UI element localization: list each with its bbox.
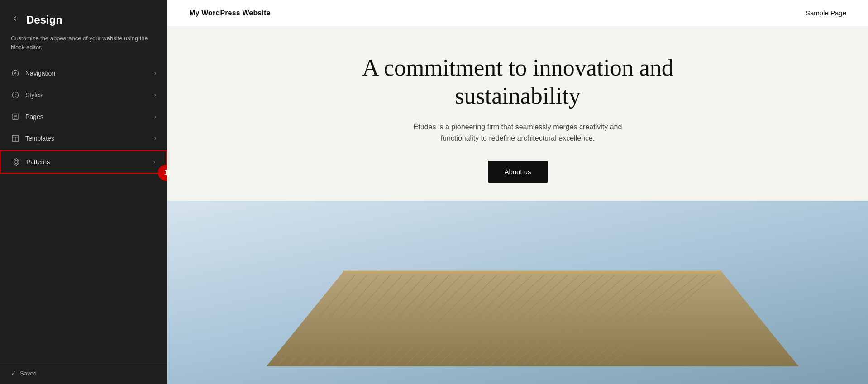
chevron-left-icon [11,14,19,23]
templates-icon [11,134,20,143]
svg-point-1 [15,73,16,74]
site-header: My WordPress Website Sample Page [167,0,868,27]
site-nav: Sample Page [806,9,846,17]
sidebar-menu: Navigation › Styles › [0,62,167,362]
patterns-icon-svg [12,158,20,166]
styles-chevron: › [154,92,156,98]
sidebar-title: Design [26,14,62,26]
building-illustration [167,201,868,384]
badge-number: 1 [158,165,167,181]
templates-label: Templates [25,135,154,142]
pages-icon-svg [11,113,19,121]
templates-chevron: › [154,135,156,142]
patterns-chevron: › [153,159,155,165]
sidebar-item-pages[interactable]: Pages › [0,106,167,128]
hero-description: Études is a pioneering firm that seamles… [400,121,635,144]
check-icon: ✓ [11,370,16,377]
sidebar-header: Design [0,0,167,34]
pages-icon [11,112,20,121]
saved-label: Saved [20,370,37,377]
building-section [167,201,868,384]
nav-link-sample-page[interactable]: Sample Page [806,9,846,17]
navigation-chevron: › [154,70,156,76]
pages-label: Pages [25,113,154,120]
preview-site: My WordPress Website Sample Page A commi… [167,0,868,384]
patterns-label: Patterns [26,158,153,166]
navigation-icon-svg [11,69,19,77]
templates-icon-svg [11,134,19,142]
site-logo: My WordPress Website [189,9,271,17]
sidebar-item-patterns[interactable]: Patterns › 1 [0,150,167,174]
hero-section: A commitment to innovation and sustainab… [167,27,868,201]
patterns-icon [12,157,21,166]
svg-point-0 [12,70,19,76]
styles-label: Styles [25,91,154,99]
pages-chevron: › [154,114,156,120]
navigation-icon [11,69,20,78]
sidebar: Design Customize the appearance of your … [0,0,167,384]
main-preview: My WordPress Website Sample Page A commi… [167,0,868,384]
sidebar-footer: ✓ Saved [0,362,167,384]
back-button[interactable] [9,13,21,27]
styles-icon-svg [11,91,19,99]
styles-icon [11,90,20,100]
svg-marker-11 [15,160,18,164]
sidebar-item-styles[interactable]: Styles › [0,84,167,106]
sidebar-item-navigation[interactable]: Navigation › [0,62,167,84]
navigation-label: Navigation [25,70,154,77]
svg-marker-10 [14,159,19,166]
sidebar-description: Customize the appearance of your website… [0,34,167,62]
sidebar-item-templates[interactable]: Templates › [0,128,167,149]
hero-title: A commitment to innovation and sustainab… [359,54,676,110]
hero-cta-button[interactable]: About us [488,161,547,183]
